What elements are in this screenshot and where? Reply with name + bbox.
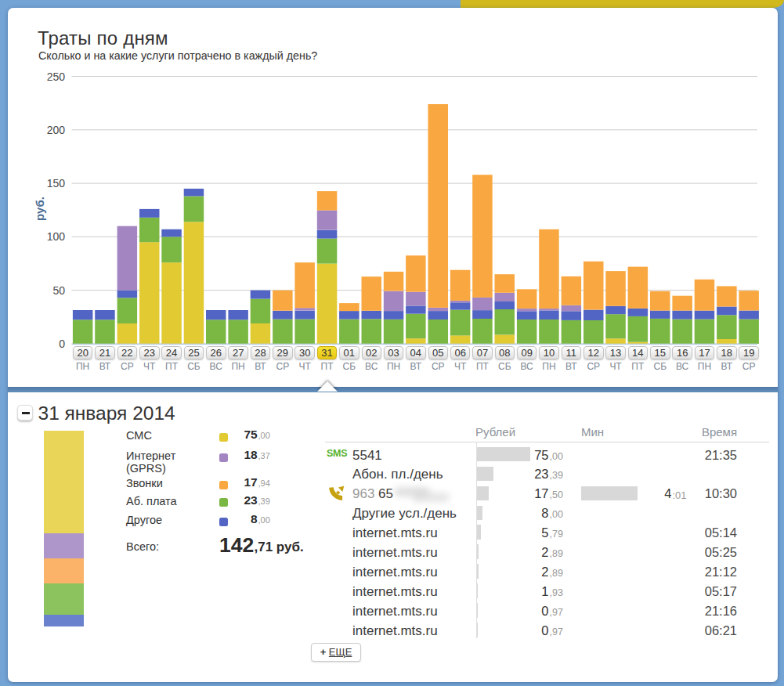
- svg-text:руб.: руб.: [33, 197, 46, 221]
- svg-text:200: 200: [47, 124, 66, 136]
- svg-text:250: 250: [47, 70, 66, 83]
- svg-text:0: 0: [59, 338, 65, 350]
- svg-text:100: 100: [47, 230, 66, 243]
- svg-text:150: 150: [47, 177, 66, 190]
- svg-text:50: 50: [52, 284, 65, 297]
